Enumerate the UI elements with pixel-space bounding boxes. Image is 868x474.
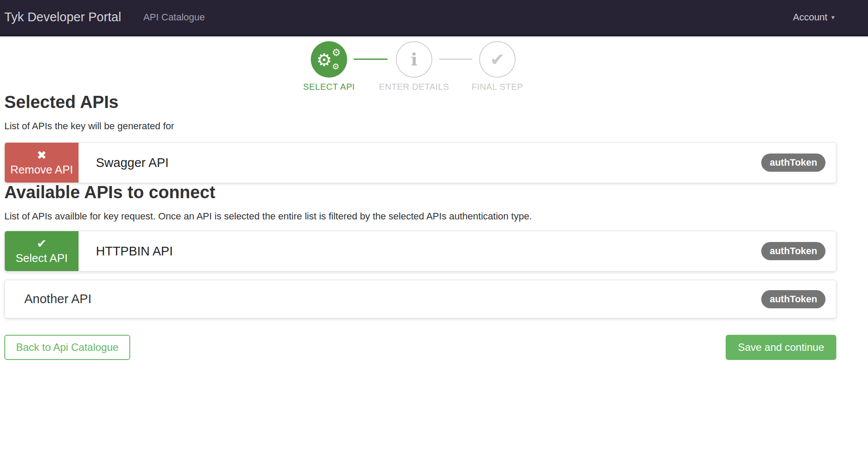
gear-glyph: ⚙ [316,51,332,69]
nav-item-api-catalogue[interactable]: API Catalogue [143,12,205,23]
step-select-api: ⚙ ⚙ ⚙ [311,41,347,78]
gears-icon: ⚙ ⚙ ⚙ [316,48,342,71]
available-apis-subtitle: List of APIs availble for key request. O… [4,211,836,222]
selected-apis-subtitle: List of APIs the key will be generated f… [4,121,836,132]
api-row-another: Another API authToken [4,280,836,318]
main-content: Selected APIs List of APIs the key will … [4,93,836,360]
auth-type-badge: authToken [761,290,825,308]
api-name: Swagger API [96,156,169,170]
api-name: Another API [24,292,92,306]
stepper-connector [439,59,472,60]
api-name: HTTPBIN API [96,244,173,258]
step-label-select-api: SELECT API [281,82,377,92]
remove-api-button[interactable]: ✖ Remove API [5,143,79,183]
account-label: Account [793,12,828,23]
selected-apis-title: Selected APIs [4,93,836,111]
available-apis-title: Available APIs to connect [4,183,836,201]
stepper-connector-active [354,59,388,60]
remove-api-label: Remove API [10,163,73,177]
brand-title[interactable]: Tyk Developer Portal [4,10,121,24]
select-api-label: Select API [16,252,68,265]
x-icon: ✖ [37,149,47,161]
navbar: Tyk Developer Portal API Catalogue Accou… [0,0,868,36]
auth-type-badge: authToken [761,242,825,260]
save-and-continue-button[interactable]: Save and continue [726,335,836,360]
gear-glyph: ⚙ [332,62,339,71]
select-api-button[interactable]: ✔ Select API [5,231,79,271]
back-to-catalogue-button[interactable]: Back to Api Catalogue [4,335,130,360]
info-icon: i [411,51,417,68]
step-label-enter-details: ENTER DETAILS [366,82,462,92]
check-icon: ✔ [37,238,47,249]
api-row-httpbin: ✔ Select API HTTPBIN API authToken [4,231,836,271]
step-final-step: ✔ [479,41,516,78]
footer-actions: Back to Api Catalogue Save and continue [4,335,836,360]
chevron-down-icon: ▾ [831,13,835,21]
auth-type-badge: authToken [761,154,825,172]
gear-glyph: ⚙ [332,48,341,58]
api-row-swagger: ✖ Remove API Swagger API authToken [4,142,836,183]
check-icon: ✔ [490,51,505,68]
account-menu[interactable]: Account ▾ [793,12,835,23]
wizard-stepper: ⚙ ⚙ ⚙ i ✔ SELECT API ENTER DETAILS FINAL… [0,36,868,93]
step-label-final-step: FINAL STEP [450,82,545,92]
step-enter-details: i [396,41,432,78]
